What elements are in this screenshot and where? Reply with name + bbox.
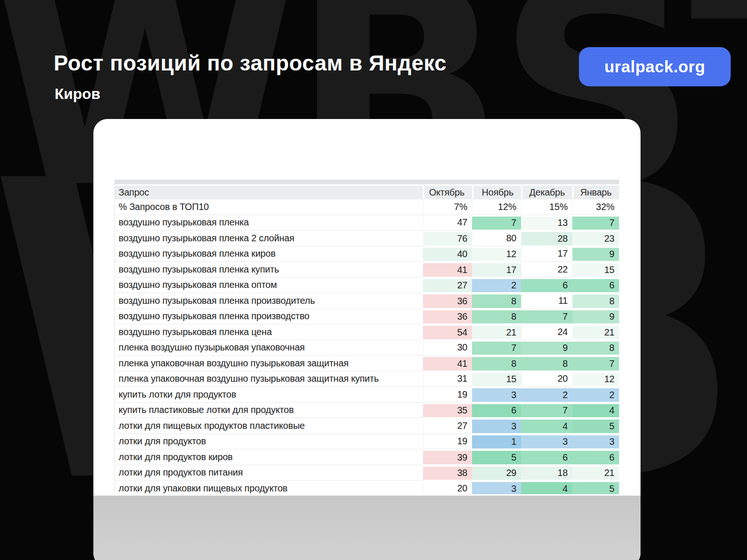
column-header-2: Ноябрь xyxy=(472,186,521,199)
value-cell: 11 xyxy=(521,293,572,309)
value-cell: 8 xyxy=(521,356,572,371)
value-cell: 15 xyxy=(472,371,521,387)
value-cell: 5 xyxy=(472,449,521,465)
value-cell: 19 xyxy=(423,387,472,403)
value-cell: 17 xyxy=(472,262,521,278)
value-cell: 6 xyxy=(572,278,619,294)
table-row: воздушно пузырьковая пленка киров4012179 xyxy=(115,246,619,262)
value-cell: 2 xyxy=(572,387,619,403)
table-row: лотки для пищевых продуктов пластиковые2… xyxy=(115,418,619,434)
query-cell: лотки для продуктов питания xyxy=(115,465,423,481)
query-cell: воздушно пузырьковая пленка 2 слойная xyxy=(115,231,423,246)
value-cell: 9 xyxy=(572,246,619,262)
table-row: воздушно пузырьковая пленка купить411722… xyxy=(115,262,619,278)
query-cell: воздушно пузырьковая пленка купить xyxy=(115,262,423,278)
value-cell: 2 xyxy=(521,387,572,403)
table-row: пленка упаковочная воздушно пузырьковая … xyxy=(115,371,619,387)
value-cell: 7 xyxy=(472,340,521,356)
site-badge[interactable]: uralpack.org xyxy=(579,47,731,86)
table-row: воздушно пузырьковая пленка477137 xyxy=(115,215,619,231)
value-cell: 23 xyxy=(572,231,619,246)
value-cell: 8 xyxy=(572,293,619,309)
value-cell: 28 xyxy=(521,231,572,246)
query-cell: воздушно пузырьковая пленка производител… xyxy=(115,293,423,309)
page-title: Рост позиций по запросам в Яндекс xyxy=(54,50,447,76)
table-row: купить пластиковые лотки для продуктов35… xyxy=(115,403,619,419)
value-cell: 41 xyxy=(423,356,472,371)
value-cell: 3 xyxy=(472,418,521,434)
sheet-top-strip xyxy=(115,180,619,186)
table-row: лотки для продуктов киров39566 xyxy=(115,449,619,465)
query-cell: лотки для продуктов xyxy=(115,434,423,450)
value-cell: 80 xyxy=(472,231,521,246)
value-cell: 7 xyxy=(572,215,619,231)
value-cell: 3 xyxy=(521,434,572,450)
column-header-4: Январь xyxy=(572,186,619,199)
query-cell: лотки для продуктов киров xyxy=(115,449,423,465)
column-header-1: Октябрь xyxy=(423,186,472,199)
query-cell: купить лотки для продуктов xyxy=(115,387,423,403)
site-badge-label: uralpack.org xyxy=(604,57,705,76)
value-cell: 4 xyxy=(521,418,572,434)
query-cell: пленка упаковочная воздушно пузырьковая … xyxy=(115,356,423,371)
value-cell: 20 xyxy=(521,371,572,387)
query-cell: пленка упаковочная воздушно пузырьковая … xyxy=(115,371,423,387)
query-cell: воздушно пузырьковая пленка оптом xyxy=(115,278,423,294)
value-cell: 31 xyxy=(423,371,472,387)
card-gray-area xyxy=(93,496,641,560)
value-cell: 39 xyxy=(423,449,472,465)
value-cell: 8 xyxy=(572,340,619,356)
value-cell: 24 xyxy=(521,324,572,340)
query-cell: % Запросов в ТОП10 xyxy=(115,199,423,215)
value-cell: 4 xyxy=(572,403,619,419)
value-cell: 35 xyxy=(423,403,472,419)
value-cell: 41 xyxy=(423,262,472,278)
table-row: лотки для упаковки пищевых продуктов2034… xyxy=(115,481,619,494)
value-cell: 9 xyxy=(572,309,619,325)
value-cell: 21 xyxy=(572,465,619,481)
query-cell: воздушно пузырьковая пленка xyxy=(115,215,423,231)
value-cell: 40 xyxy=(423,246,472,262)
table-row: пленка упаковочная воздушно пузырьковая … xyxy=(115,356,619,371)
value-cell: 8 xyxy=(472,356,521,371)
table-row: лотки для продуктов19133 xyxy=(115,434,619,450)
value-cell: 3 xyxy=(472,481,521,494)
value-cell: 29 xyxy=(472,465,521,481)
value-cell: 27 xyxy=(423,418,472,434)
column-header-3: Декабрь xyxy=(521,186,572,199)
page-subtitle-city: Киров xyxy=(55,85,100,103)
query-cell: купить пластиковые лотки для продуктов xyxy=(115,403,423,419)
value-cell: 9 xyxy=(521,340,572,356)
value-cell: 5 xyxy=(572,418,619,434)
value-cell: 3 xyxy=(472,387,521,403)
value-cell: 7 xyxy=(572,356,619,371)
query-cell: воздушно пузырьковая пленка производство xyxy=(115,309,423,325)
table-row: лотки для продуктов питания38291821 xyxy=(115,465,619,481)
query-cell: воздушно пузырьковая пленка киров xyxy=(115,246,423,262)
value-cell: 7% xyxy=(423,199,472,215)
value-cell: 13 xyxy=(521,215,572,231)
value-cell: 12 xyxy=(572,371,619,387)
table-row: воздушно пузырьковая пленка 2 слойная768… xyxy=(115,231,619,246)
value-cell: 19 xyxy=(423,434,472,450)
value-cell: 7 xyxy=(472,215,521,231)
query-cell: пленка воздушно пузырьковая упаковочная xyxy=(115,340,423,356)
query-cell: воздушно пузырьковая пленка цена xyxy=(115,324,423,340)
column-header-0: Запрос xyxy=(115,186,423,199)
value-cell: 38 xyxy=(423,465,472,481)
value-cell: 30 xyxy=(423,340,472,356)
value-cell: 7 xyxy=(521,403,572,419)
value-cell: 22 xyxy=(521,262,572,278)
table-row: купить лотки для продуктов19322 xyxy=(115,387,619,403)
value-cell: 8 xyxy=(472,293,521,309)
value-cell: 3 xyxy=(572,434,619,450)
value-cell: 54 xyxy=(423,324,472,340)
table-row: % Запросов в ТОП107%12%15%32% xyxy=(115,199,619,215)
value-cell: 6 xyxy=(521,278,572,294)
value-cell: 7 xyxy=(521,309,572,325)
value-cell: 15% xyxy=(521,199,572,215)
value-cell: 20 xyxy=(423,481,472,494)
value-cell: 8 xyxy=(472,309,521,325)
query-cell: лотки для упаковки пищевых продуктов xyxy=(115,481,423,494)
value-cell: 6 xyxy=(572,449,619,465)
